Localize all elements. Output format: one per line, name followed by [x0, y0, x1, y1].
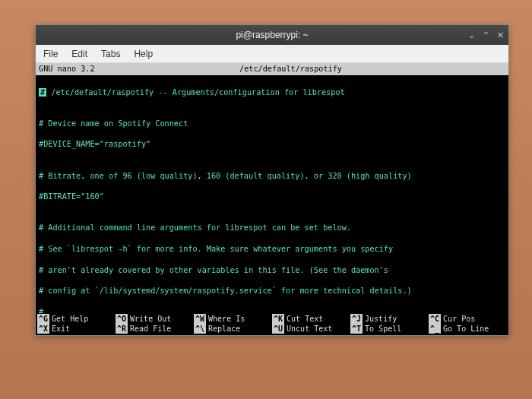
menubar: File Edit Tabs Help: [36, 45, 508, 63]
nano-shortcut-bar: ^GGet Help ^OWrite Out ^WWhere Is ^KCut …: [36, 313, 508, 335]
file-line: #DEVICE_NAME="raspotify": [39, 139, 505, 150]
key-label: ^_: [429, 324, 441, 334]
shortcut-to-spell[interactable]: ^TTo Spell: [350, 324, 429, 334]
shortcut-write-out[interactable]: ^OWrite Out: [116, 314, 194, 324]
terminal-window: pi@raspberrypi: ~ ⌄ ⌃ ✕ File Edit Tabs H…: [35, 24, 509, 336]
key-label: ^U: [272, 324, 284, 334]
maximize-icon[interactable]: ⌃: [483, 30, 489, 40]
menu-tabs[interactable]: Tabs: [101, 49, 120, 59]
key-label: ^R: [116, 324, 128, 334]
file-line: # Bitrate, one of 96 (low quality), 160 …: [39, 171, 505, 182]
shortcut-get-help[interactable]: ^GGet Help: [37, 314, 116, 324]
shortcut-go-to-line[interactable]: ^_Go To Line: [429, 324, 507, 334]
shortcut-replace[interactable]: ^\Replace: [194, 324, 272, 334]
file-content[interactable]: # /etc/default/raspotify -- Arguments/co…: [36, 75, 508, 335]
titlebar[interactable]: pi@raspberrypi: ~ ⌄ ⌃ ✕: [36, 25, 508, 45]
nano-version: GNU nano 3.2: [39, 64, 95, 74]
key-label: ^K: [272, 314, 284, 324]
cursor-highlight: #: [39, 88, 46, 97]
nano-header: GNU nano 3.2 /etc/default/raspotify: [36, 63, 508, 75]
shortcut-cut-text[interactable]: ^KCut Text: [272, 314, 350, 324]
key-label: ^G: [37, 314, 49, 324]
file-line: # See `librespot -h` for more info. Make…: [39, 244, 505, 255]
shortcut-read-file[interactable]: ^RRead File: [116, 324, 194, 334]
key-label: ^O: [116, 314, 128, 324]
file-line: # Device name on Spotify Connect: [39, 119, 505, 129]
shortcut-cur-pos[interactable]: ^CCur Pos: [429, 314, 507, 324]
terminal-area[interactable]: GNU nano 3.2 /etc/default/raspotify # /e…: [36, 63, 508, 335]
key-label: ^C: [429, 314, 441, 324]
key-label: ^W: [194, 314, 206, 324]
shortcut-where-is[interactable]: ^WWhere Is: [194, 314, 272, 324]
shortcut-exit[interactable]: ^XExit: [37, 324, 116, 334]
shortcut-justify[interactable]: ^JJustify: [350, 314, 429, 324]
close-icon[interactable]: ✕: [497, 30, 504, 40]
file-line: #BITRATE="160": [39, 192, 505, 202]
file-line: # Additional command line arguments for …: [39, 223, 505, 233]
nano-filename: /etc/default/raspotify: [239, 64, 342, 74]
shortcut-uncut-text[interactable]: ^UUncut Text: [272, 324, 350, 334]
minimize-icon[interactable]: ⌄: [468, 30, 475, 40]
key-label: ^T: [350, 324, 363, 334]
window-controls: ⌄ ⌃ ✕: [468, 25, 504, 45]
file-line: # config at `/lib/systemd/system/raspoti…: [39, 286, 505, 296]
menu-help[interactable]: Help: [134, 49, 153, 59]
key-label: ^J: [350, 314, 363, 324]
file-line: # /etc/default/raspotify -- Arguments/co…: [39, 87, 505, 98]
menu-edit[interactable]: Edit: [71, 49, 87, 59]
key-label: ^\: [194, 324, 206, 334]
key-label: ^X: [37, 324, 49, 334]
file-line: # aren't already covered by other variab…: [39, 265, 505, 276]
menu-file[interactable]: File: [43, 49, 58, 59]
window-title: pi@raspberrypi: ~: [236, 30, 308, 40]
